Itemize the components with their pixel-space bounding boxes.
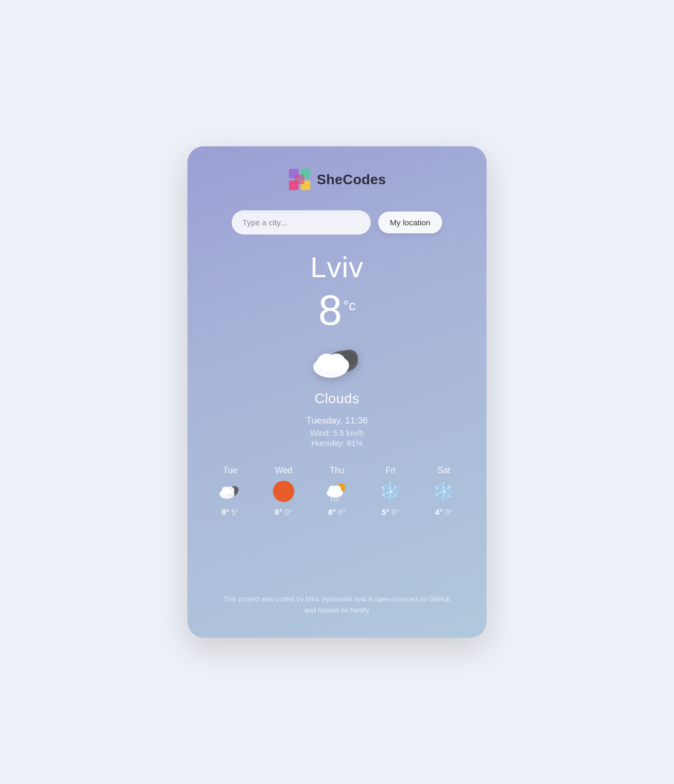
forecast-wed-label: Wed [275,466,293,475]
search-row: My location [203,210,471,234]
forecast-tuesday: Tue 8° 5° [218,466,242,516]
forecast-tue-label: Tue [223,466,238,475]
forecast-thu-label: Thu [330,466,344,475]
forecast-thu-temps: 8° 6° [328,507,346,516]
temperature-value: 8 [318,289,342,332]
weather-icon [310,342,364,382]
forecast-tue-temps: 8° 5° [222,507,239,516]
forecast-sat-label: Sat [437,466,450,475]
svg-line-23 [337,498,338,501]
forecast-wed-icon [272,480,295,503]
svg-rect-4 [295,175,304,184]
svg-line-22 [334,498,335,501]
city-name: Lviv [310,250,364,284]
svg-point-20 [333,485,341,493]
forecast-fri-temps: 5° 0° [382,507,399,516]
forecast-fri-label: Fri [386,466,396,475]
weather-datetime: Tuesday, 11:36 [306,415,367,426]
humidity-info: Humidity: 81% [311,438,363,448]
forecast-row: Tue 8° 5° Wed 6° [203,466,471,516]
footer-line2: and hosted on Netlify [304,606,370,614]
forecast-wednesday: Wed 6° 0° [272,466,295,516]
forecast-thu-icon [325,480,349,503]
my-location-button[interactable]: My location [378,211,442,233]
footer-line1: This project was coded by Mira Vyslovukh… [223,595,450,603]
forecast-sat-icon: ❄️ [432,480,456,503]
forecast-saturday: Sat ❄️ 4° 0° [432,466,456,516]
forecast-wed-temps: 6° 0° [275,507,293,516]
logo-area: SheCodes [288,168,386,191]
logo-text: SheCodes [317,171,386,188]
forecast-friday: Fri ❄️ 5° 0° [379,466,402,516]
footer: This project was coded by Mira Vyslovukh… [223,594,450,616]
weather-description: Clouds [315,390,359,407]
forecast-thursday: Thu 8° 6° [325,466,349,516]
forecast-sat-temps: 4° 0° [435,507,453,516]
svg-point-11 [335,358,349,372]
forecast-fri-icon: ❄️ [379,480,402,503]
temperature-display: 8 °c [318,289,356,332]
weather-card: SheCodes My location Lviv 8 °c Clouds Tu… [187,146,487,638]
temperature-unit: °c [343,297,356,314]
search-input[interactable] [232,210,371,234]
svg-line-21 [331,498,332,501]
wind-info: Wind: 5.5 km/h [310,428,364,437]
shecodes-logo-icon [288,168,311,191]
forecast-tue-icon [218,480,242,503]
svg-point-16 [226,487,234,494]
